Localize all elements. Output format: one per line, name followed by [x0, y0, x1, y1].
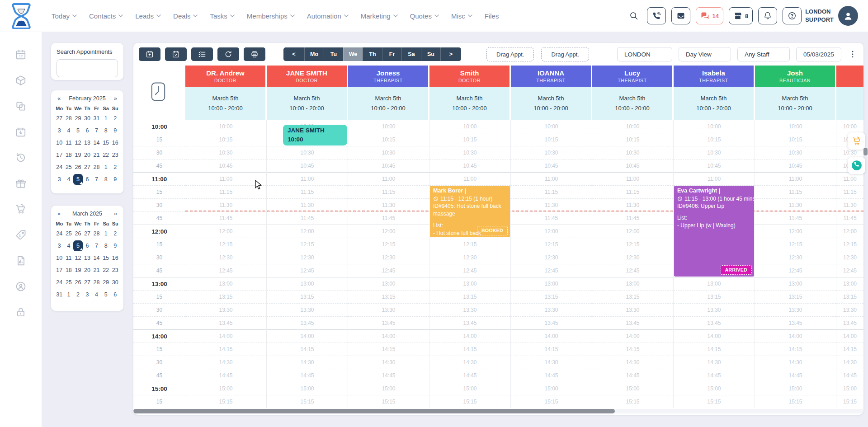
time-slot-cell[interactable]: 14:15 [592, 343, 673, 356]
calendar-day[interactable]: 1 [101, 161, 111, 174]
time-slot-cell[interactable]: 10:45 [429, 159, 510, 172]
time-slot-cell[interactable]: 12:15 [511, 238, 592, 251]
time-slot-cell[interactable]: 10:00 [674, 120, 755, 133]
view-select[interactable]: Day View [679, 47, 731, 61]
time-slot-cell[interactable]: 12:45 [511, 264, 592, 277]
time-slot-cell[interactable]: 10:45 [267, 159, 348, 172]
drag-appointment-button-2[interactable]: Drag Appt. [541, 47, 589, 61]
calendar-day[interactable]: 21 [92, 264, 101, 277]
phone-button[interactable] [647, 7, 666, 24]
time-slot-cell[interactable]: 15:00 [511, 382, 592, 395]
time-slot-cell[interactable]: 14:30 [429, 356, 510, 369]
calendar-day[interactable]: 26 [73, 161, 83, 174]
calendar-day[interactable]: 2 [110, 113, 120, 125]
time-slot-cell[interactable]: 13:15 [592, 290, 673, 303]
drag-appointment-button-1[interactable]: Drag Appt. [486, 47, 534, 61]
time-slot-cell[interactable]: 13:30 [674, 303, 755, 316]
store-button[interactable]: 8 [729, 7, 753, 24]
refresh-button[interactable] [217, 47, 239, 61]
time-slot-cell[interactable]: 12:00 [511, 225, 592, 238]
time-slot-cell[interactable]: 11:15 [755, 185, 836, 198]
time-slot-cell[interactable]: 11:00 [592, 172, 673, 185]
time-slot-cell[interactable]: 11:30 [348, 198, 429, 211]
time-slot-cell[interactable]: 13:00 [185, 277, 266, 290]
time-slot-cell[interactable]: 15:15 [592, 395, 673, 408]
time-slot-cell[interactable]: 14:45 [836, 369, 863, 382]
sidebar-copy[interactable] [15, 100, 27, 112]
time-slot-cell[interactable]: 12:45 [836, 264, 863, 277]
time-slot-cell[interactable]: 11:30 [511, 198, 592, 211]
calendar-day[interactable]: 30 [110, 277, 120, 289]
phone-float-button[interactable] [848, 157, 865, 174]
search-icon[interactable] [629, 11, 639, 21]
sidebar-calendar-import[interactable] [15, 126, 27, 138]
time-slot-cell[interactable]: 13:00 [348, 277, 429, 290]
inbox-button[interactable] [671, 7, 690, 24]
sidebar-account[interactable] [15, 281, 27, 292]
time-slot-cell[interactable]: 10:30 [592, 146, 673, 159]
time-slot-cell[interactable]: 10:30 [267, 146, 348, 159]
time-slot-cell[interactable]: 11:15 [836, 185, 863, 198]
time-slot-cell[interactable]: 14:00 [836, 329, 863, 343]
time-slot-cell[interactable]: 11:30 [185, 198, 266, 211]
calendar-day[interactable]: 20 [83, 149, 92, 161]
calendar-day[interactable]: 2 [73, 289, 83, 301]
time-slot-cell[interactable]: 13:45 [511, 316, 592, 329]
time-slot-cell[interactable]: 13:45 [755, 316, 836, 329]
cart-float-button[interactable] [848, 132, 865, 150]
calendar-day[interactable]: 15 [101, 137, 111, 149]
time-slot-cell[interactable]: 10:45 [511, 159, 592, 172]
time-slot-cell[interactable]: 15:15 [429, 395, 510, 408]
time-slot-cell[interactable]: 10:45 [592, 159, 673, 172]
day-tab-fr[interactable]: Fr [382, 47, 401, 61]
calendar-day[interactable]: 24 [55, 277, 64, 289]
help-button[interactable] [783, 7, 802, 24]
calendar-day[interactable]: 14 [92, 137, 101, 149]
time-slot-cell[interactable]: 14:00 [592, 329, 673, 343]
time-slot-cell[interactable]: 13:15 [185, 290, 266, 303]
calendar-day[interactable]: 28 [92, 161, 101, 174]
calendar-day[interactable]: 7 [92, 240, 101, 252]
time-slot-cell[interactable]: 12:15 [267, 238, 348, 251]
time-slot-cell[interactable]: 12:00 [348, 225, 429, 238]
app-logo-icon[interactable] [10, 3, 33, 29]
time-slot-cell[interactable]: 11:00 [755, 172, 836, 185]
time-slot-cell[interactable]: 14:15 [836, 343, 863, 356]
nav-item-quotes[interactable]: Quotes [410, 12, 439, 20]
time-slot-cell[interactable]: 14:15 [429, 343, 510, 356]
time-slot-cell[interactable]: 11:00 [429, 172, 510, 185]
nav-item-automation[interactable]: Automation [307, 12, 349, 20]
calendar-day[interactable]: 26 [73, 228, 83, 240]
time-slot-cell[interactable]: 12:30 [511, 251, 592, 264]
time-slot-cell[interactable]: 13:15 [836, 290, 863, 303]
time-slot-cell[interactable]: 14:30 [511, 356, 592, 369]
time-slot-cell[interactable]: 14:45 [592, 369, 673, 382]
time-slot-cell[interactable]: 14:15 [674, 343, 755, 356]
time-slot-cell[interactable]: 10:45 [755, 159, 836, 172]
time-slot-cell[interactable]: 15:00 [674, 382, 755, 395]
calendar-day-selected[interactable]: 5 [73, 240, 83, 251]
time-slot-cell[interactable]: 13:30 [267, 303, 348, 316]
calendar-day[interactable]: 25 [64, 277, 74, 289]
calendar-prev-button[interactable]: « [57, 210, 61, 217]
time-slot-cell[interactable]: 14:00 [267, 329, 348, 343]
time-slot-cell[interactable]: 14:15 [511, 343, 592, 356]
time-slot-cell[interactable]: 13:45 [185, 316, 266, 329]
time-slot-cell[interactable]: 12:45 [267, 264, 348, 277]
calendar-day[interactable]: 22 [101, 149, 111, 161]
calendar-add-button[interactable] [139, 47, 160, 61]
time-slot-cell[interactable]: 13:00 [836, 277, 863, 290]
time-slot-cell[interactable]: 14:15 [755, 343, 836, 356]
time-slot-cell[interactable]: 11:45 [836, 211, 863, 225]
calendar-day[interactable]: 18 [64, 264, 74, 277]
staff-name-header[interactable]: Josh BEAUTICIAN [755, 66, 836, 87]
time-slot-cell[interactable]: 14:30 [755, 356, 836, 369]
calendar-day[interactable]: 11 [64, 137, 74, 149]
time-slot-cell[interactable]: 11:45 [592, 211, 673, 225]
calendar-day[interactable]: 4 [92, 289, 101, 301]
time-slot-cell[interactable]: 15:15 [267, 395, 348, 408]
time-slot-cell[interactable]: 13:45 [348, 316, 429, 329]
day-tab-we[interactable]: We [343, 47, 363, 61]
day-tab-mo[interactable]: Mo [304, 47, 324, 61]
horizontal-scrollbar-thumb[interactable] [133, 409, 615, 413]
